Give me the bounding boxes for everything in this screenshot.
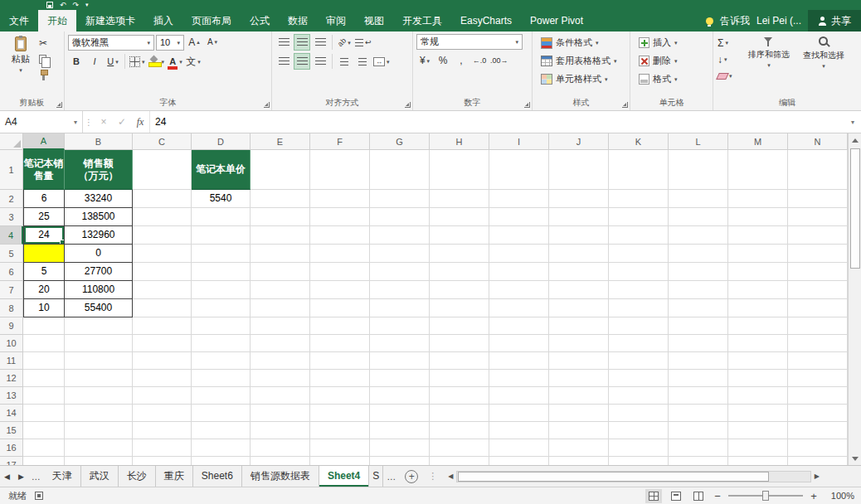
cell-C6[interactable]: [133, 263, 192, 281]
cell-G13[interactable]: [370, 387, 430, 405]
cell-G2[interactable]: [370, 190, 430, 208]
cell-L5[interactable]: [669, 245, 728, 263]
zoom-slider[interactable]: [728, 495, 803, 497]
cell-L10[interactable]: [669, 335, 728, 352]
cell-H1[interactable]: [430, 150, 489, 190]
sheet-nav-right-icon[interactable]: ▶: [14, 472, 28, 481]
cell-J16[interactable]: [549, 439, 609, 457]
styles-dialog-launcher[interactable]: [622, 102, 628, 108]
cell-L9[interactable]: [669, 317, 728, 335]
cell-A14[interactable]: [23, 405, 65, 422]
italic-button[interactable]: I: [86, 53, 103, 70]
cell-J9[interactable]: [549, 317, 609, 335]
accounting-format-button[interactable]: ¥▾: [416, 52, 433, 69]
hscroll-track[interactable]: [456, 471, 810, 482]
fill-color-button[interactable]: ▾: [148, 53, 166, 70]
cell-J3[interactable]: [549, 208, 609, 226]
formula-bar-expand-icon[interactable]: ▾: [844, 111, 861, 133]
sheet-tab-partial[interactable]: S: [369, 466, 383, 487]
cell-H17[interactable]: [430, 457, 489, 465]
cell-H4[interactable]: [430, 226, 489, 245]
column-header-G[interactable]: G: [370, 133, 430, 150]
cell-A11[interactable]: [23, 352, 65, 370]
cell-C16[interactable]: [133, 439, 192, 457]
column-header-E[interactable]: E: [251, 133, 310, 150]
cell-M8[interactable]: [728, 299, 788, 317]
sort-filter-button[interactable]: 排序和筛选 ▾: [742, 34, 796, 97]
merge-center-button[interactable]: ↔▾: [372, 53, 391, 70]
cell-I16[interactable]: [489, 439, 549, 457]
autosum-button[interactable]: Σ▾: [717, 35, 742, 51]
cell-M17[interactable]: [728, 457, 788, 465]
tab-formulas[interactable]: 公式: [241, 10, 279, 32]
cell-E4[interactable]: [251, 226, 310, 245]
cell-styles-button[interactable]: 单元格样式▾: [536, 70, 626, 88]
sheet-tab-wuhan[interactable]: 武汉: [81, 466, 119, 487]
cell-C1[interactable]: [133, 150, 192, 190]
tell-me-button[interactable]: 告诉我: [720, 14, 750, 28]
tab-home[interactable]: 开始: [38, 10, 76, 32]
cell-L15[interactable]: [669, 422, 728, 439]
cell-E1[interactable]: [251, 150, 310, 190]
cell-A13[interactable]: [23, 387, 65, 405]
vertical-scrollbar[interactable]: [848, 133, 861, 465]
cell-D7[interactable]: [192, 281, 251, 299]
cell-I12[interactable]: [489, 370, 549, 387]
cell-E9[interactable]: [251, 317, 310, 335]
row-header-12[interactable]: 12: [0, 370, 23, 387]
cell-A12[interactable]: [23, 370, 65, 387]
cell-J5[interactable]: [549, 245, 609, 263]
cell-E11[interactable]: [251, 352, 310, 370]
cell-M11[interactable]: [728, 352, 788, 370]
align-left-button[interactable]: [275, 53, 292, 70]
number-format-select[interactable]: 常规▾: [416, 34, 523, 50]
cell-D11[interactable]: [192, 352, 251, 370]
tab-review[interactable]: 审阅: [317, 10, 355, 32]
increase-decimal-button[interactable]: ←.0: [471, 52, 488, 69]
cell-I8[interactable]: [489, 299, 549, 317]
cell-I2[interactable]: [489, 190, 549, 208]
align-center-button[interactable]: [294, 53, 310, 70]
cell-F11[interactable]: [310, 352, 370, 370]
cell-L2[interactable]: [669, 190, 728, 208]
view-page-break-button[interactable]: [690, 489, 707, 503]
cell-I4[interactable]: [489, 226, 549, 245]
column-header-C[interactable]: C: [133, 133, 192, 150]
cell-E16[interactable]: [251, 439, 310, 457]
tab-easycharts[interactable]: EasyCharts: [451, 10, 521, 32]
column-header-N[interactable]: N: [788, 133, 848, 150]
cell-N14[interactable]: [788, 405, 848, 422]
cell-A8[interactable]: 10: [23, 299, 65, 317]
cell-H15[interactable]: [430, 422, 489, 439]
cell-C5[interactable]: [133, 245, 192, 263]
bold-button[interactable]: B: [68, 53, 85, 70]
borders-button[interactable]: ▾: [129, 53, 146, 70]
cell-B7[interactable]: 110800: [65, 281, 133, 299]
column-header-D[interactable]: D: [192, 133, 251, 150]
cell-M2[interactable]: [728, 190, 788, 208]
cell-G17[interactable]: [370, 457, 430, 465]
cell-C3[interactable]: [133, 208, 192, 226]
cell-L17[interactable]: [669, 457, 728, 465]
cell-N7[interactable]: [788, 281, 848, 299]
cell-L4[interactable]: [669, 226, 728, 245]
cell-M6[interactable]: [728, 263, 788, 281]
cell-G14[interactable]: [370, 405, 430, 422]
cell-J1[interactable]: [549, 150, 609, 190]
row-header-16[interactable]: 16: [0, 439, 23, 457]
increase-indent-button[interactable]: [354, 53, 371, 70]
cell-M12[interactable]: [728, 370, 788, 387]
cell-F14[interactable]: [310, 405, 370, 422]
cell-C9[interactable]: [133, 317, 192, 335]
cell-K17[interactable]: [609, 457, 669, 465]
row-header-8[interactable]: 8: [0, 299, 23, 317]
cell-C11[interactable]: [133, 352, 192, 370]
cell-C12[interactable]: [133, 370, 192, 387]
cell-I5[interactable]: [489, 245, 549, 263]
tab-view[interactable]: 视图: [355, 10, 393, 32]
cell-F10[interactable]: [310, 335, 370, 352]
sheet-tab-sheet4[interactable]: Sheet4: [319, 466, 369, 487]
cell-G6[interactable]: [370, 263, 430, 281]
scroll-down-icon[interactable]: [849, 452, 861, 465]
cell-N1[interactable]: [788, 150, 848, 190]
